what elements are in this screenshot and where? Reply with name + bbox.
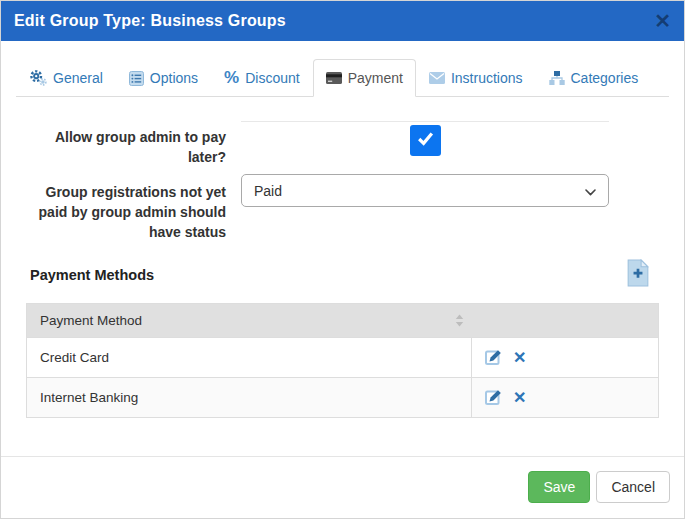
modal-title: Edit Group Type: Business Groups [14,12,286,30]
delete-button[interactable]: ✕ [513,390,526,406]
tab-instructions-label: Instructions [451,70,523,86]
table-row: Credit Card ✕ [27,337,658,377]
status-label: Group registrations not yet paid by grou… [26,174,241,242]
percent-icon: % [224,69,239,86]
tab-discount-label: Discount [245,70,299,86]
payment-methods-table: Payment Method Credit Card [26,303,659,418]
payment-method-name: Credit Card [27,338,472,377]
tab-discount[interactable]: % Discount [211,58,313,97]
modal-header: Edit Group Type: Business Groups ✕ [1,1,684,41]
chevron-down-icon [585,183,596,199]
tab-options-label: Options [150,70,198,86]
delete-button[interactable]: ✕ [513,350,526,366]
envelope-icon [429,72,445,84]
credit-card-icon [326,72,342,84]
status-select-value: Paid [254,183,282,199]
column-header-payment-method[interactable]: Payment Method [27,304,472,337]
payment-method-name: Internet Banking [27,378,472,417]
edit-icon [484,347,503,369]
edit-icon [484,387,503,409]
close-icon[interactable]: ✕ [654,11,671,31]
tab-options[interactable]: Options [116,59,211,97]
edit-button[interactable] [484,387,503,409]
edit-button[interactable] [484,347,503,369]
payment-methods-heading: Payment Methods [30,267,154,283]
tab-categories[interactable]: Categories [536,59,652,97]
status-select[interactable]: Paid [241,174,609,207]
file-plus-icon [627,259,649,291]
row-actions: ✕ [472,338,658,377]
add-payment-method-button[interactable] [627,259,649,291]
pay-later-label: Allow group admin to pay later? [26,121,241,167]
table-header-row: Payment Method [27,304,658,337]
tab-general[interactable]: General [16,58,116,97]
gears-icon [29,69,47,86]
pay-later-field [241,121,609,167]
row-actions: ✕ [472,378,658,417]
tab-bar: General Options % Discount [16,58,669,97]
modal-footer: Save Cancel [1,456,684,518]
sort-icon[interactable] [455,314,464,327]
tab-payment[interactable]: Payment [313,59,416,97]
tab-categories-label: Categories [571,70,639,86]
status-row: Group registrations not yet paid by grou… [26,174,659,242]
save-button[interactable]: Save [528,471,590,503]
sitemap-icon [549,71,565,85]
pay-later-checkbox[interactable] [410,125,441,156]
list-icon [129,71,144,86]
cancel-button[interactable]: Cancel [596,471,670,503]
pay-later-row: Allow group admin to pay later? [26,121,659,167]
tab-instructions[interactable]: Instructions [416,59,536,97]
payment-methods-header-row: Payment Methods [26,260,659,290]
tab-panel-payment: Allow group admin to pay later? Group re… [1,121,684,418]
tab-payment-label: Payment [348,70,403,86]
checkmark-icon [415,128,436,153]
table-row: Internet Banking ✕ [27,377,658,417]
edit-group-type-modal: Edit Group Type: Business Groups ✕ Gener… [0,0,685,519]
tab-general-label: General [53,70,103,86]
